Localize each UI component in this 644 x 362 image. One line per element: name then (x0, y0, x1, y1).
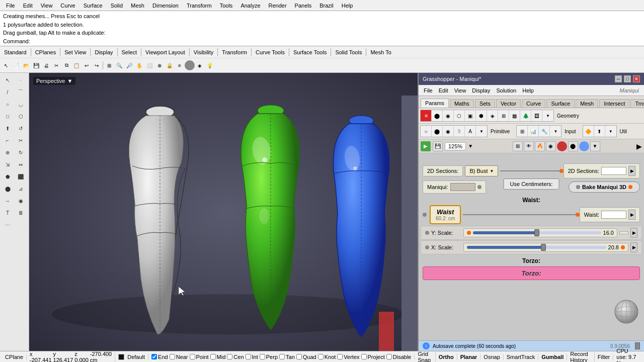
gh-input-2[interactable]: 📊 (528, 126, 539, 137)
poly-tool[interactable]: ⬡ (15, 111, 27, 122)
menu-help[interactable]: Help (338, 2, 357, 10)
gh-icon-8[interactable]: ⊞ (498, 110, 509, 121)
viewport[interactable]: Perspective ▼ (29, 73, 418, 351)
gh-icon-3[interactable]: ◉ (443, 110, 454, 121)
gh-view-btn5[interactable] (557, 141, 567, 151)
snap-tan-check[interactable] (279, 354, 285, 359)
snap-disable-check[interactable] (386, 354, 392, 359)
gh-view-btn3[interactable]: 🔥 (535, 141, 545, 151)
gh-input-3[interactable]: 🔧 (539, 126, 550, 137)
gh-sections-input-right[interactable] (601, 167, 626, 175)
snap-int-check[interactable] (246, 354, 251, 359)
hatch-tool[interactable]: ≣ (15, 207, 27, 218)
material-icon[interactable]: ◈ (195, 60, 205, 70)
solid-tool[interactable]: ⬛ (15, 171, 27, 182)
wireframe-icon[interactable]: ⬜ (144, 60, 154, 70)
status-ortho[interactable]: Ortho (436, 354, 457, 360)
move-tool[interactable]: ⊕ (2, 147, 14, 158)
gh-waist-right-input[interactable] (601, 211, 626, 219)
menu-analyze[interactable]: Analyze (236, 2, 264, 10)
gh-tab-intersect[interactable]: Intersect (599, 99, 629, 108)
gh-bust-dropdown[interactable]: B) Bust ▼ (465, 165, 498, 176)
undo-icon[interactable]: ↩ (82, 60, 92, 70)
paste-icon[interactable]: 📋 (71, 60, 82, 70)
gh-tab-curve[interactable]: Curve (522, 99, 545, 108)
pan-icon[interactable]: ✋ (134, 60, 144, 70)
gh-maniqui-input[interactable] (450, 183, 475, 191)
status-smarttrack[interactable]: SmartTrack (504, 354, 538, 360)
mesh-tool[interactable]: ⬟ (2, 171, 14, 182)
gh-x-scale-slider[interactable] (467, 246, 606, 249)
gh-icon-7[interactable]: ◈ (487, 110, 498, 121)
gh-menu-edit[interactable]: Edit (436, 87, 451, 94)
snap-vertex-check[interactable] (337, 354, 343, 359)
tab-surface-tools[interactable]: Surface Tools (290, 49, 330, 56)
snap-tan[interactable]: Tan (279, 354, 295, 360)
print-icon[interactable]: 🖨 (41, 60, 51, 70)
menu-edit[interactable]: Edit (19, 2, 37, 10)
menu-dimension[interactable]: Dimension (148, 2, 183, 10)
gh-view-btn7[interactable] (579, 141, 589, 151)
gh-waist-right-arrow[interactable]: ▶ (628, 210, 635, 220)
layer-icon[interactable]: ≡ (175, 60, 185, 70)
menu-mesh[interactable]: Mesh (127, 2, 148, 10)
gh-y-scale-node[interactable]: 16.0 (463, 228, 617, 237)
menu-surface[interactable]: Surface (79, 2, 107, 10)
gh-zoom-dropdown[interactable]: ▼ (468, 143, 473, 149)
menu-transform[interactable]: Transform (183, 2, 216, 10)
scale-tool[interactable]: ⇲ (2, 159, 14, 170)
gh-zoom-value[interactable]: 125% (445, 142, 466, 150)
gh-x-scale-node[interactable]: 20.8 (463, 243, 628, 252)
gh-icon-5[interactable]: ▣ (465, 110, 476, 121)
tab-transform[interactable]: Transform (219, 49, 250, 56)
snap-mid-check[interactable] (210, 354, 216, 359)
gh-close-btn[interactable]: ✕ (633, 75, 640, 82)
menu-solid[interactable]: Solid (107, 2, 127, 10)
gh-menu-solution[interactable]: Solution (493, 87, 519, 94)
curve-tool[interactable]: ⌒ (15, 86, 27, 98)
gh-util-1[interactable]: 🔶 (583, 126, 594, 137)
snap-int[interactable]: Int (246, 354, 258, 360)
gh-tab-sets[interactable]: Sets (475, 99, 495, 108)
status-gumball[interactable]: Gumball (538, 354, 567, 360)
fillet-tool[interactable]: ⌐ (2, 135, 14, 146)
dim-tool[interactable]: ↔ (2, 195, 14, 206)
gh-view-btn8[interactable]: ▼ (590, 141, 600, 151)
gh-run-btn[interactable]: ▶ (421, 141, 431, 151)
cursor-icon[interactable]: ↖ (1, 60, 11, 70)
copy-icon[interactable]: ⧉ (61, 60, 71, 70)
gh-icon-9[interactable]: ▦ (509, 110, 520, 121)
tab-display[interactable]: Display (92, 49, 116, 56)
snap-quad-check[interactable] (296, 354, 302, 359)
revolve-tool[interactable]: ↺ (15, 123, 27, 134)
tab-setview[interactable]: Set View (61, 49, 89, 56)
snap-cen-check[interactable] (227, 354, 232, 359)
analyze-tool[interactable]: ⊿ (15, 183, 27, 194)
use-centimeters-btn[interactable]: Use Centimeters: (504, 178, 559, 190)
new-file-icon[interactable]: 📄 (11, 60, 21, 70)
tab-mesh-to[interactable]: Mesh To (367, 49, 394, 56)
snap-knot-check[interactable] (318, 354, 324, 359)
gh-x-scale-knob[interactable] (541, 244, 546, 251)
viewport-label[interactable]: Perspective ▼ (33, 77, 75, 85)
snap-knot[interactable]: Knot (318, 354, 336, 360)
gh-sections-node-left[interactable]: 2D Sections: (423, 165, 463, 176)
gh-prim-3[interactable]: ◉ (443, 126, 454, 137)
save-icon[interactable]: 💾 (31, 60, 41, 70)
gh-icon-4[interactable]: ⬡ (454, 110, 465, 121)
snap-end-check[interactable] (151, 354, 157, 359)
gh-arrow-icon[interactable]: ▶ (636, 142, 642, 150)
tab-viewport-layout[interactable]: Viewport Layout (142, 49, 188, 56)
snap-end[interactable]: End (151, 354, 168, 360)
trim-tool[interactable]: ✂ (15, 135, 27, 146)
surface-tool[interactable]: ⬤ (2, 183, 14, 194)
bake-maniqui-btn[interactable]: Bake Maniqui 3D (569, 182, 640, 193)
mirror-tool[interactable]: ⇔ (15, 159, 27, 170)
cut-icon[interactable]: ✂ (51, 60, 61, 70)
snap-icon[interactable]: ⊕ (154, 60, 165, 70)
zoom-out-icon[interactable]: 🔎 (124, 60, 134, 70)
gh-minimize-btn[interactable]: ─ (615, 75, 622, 82)
more-tool[interactable]: ⋯ (2, 219, 14, 230)
gh-view-btn6[interactable]: ⬤ (568, 141, 578, 151)
rotate-tool[interactable]: ↻ (15, 147, 27, 158)
